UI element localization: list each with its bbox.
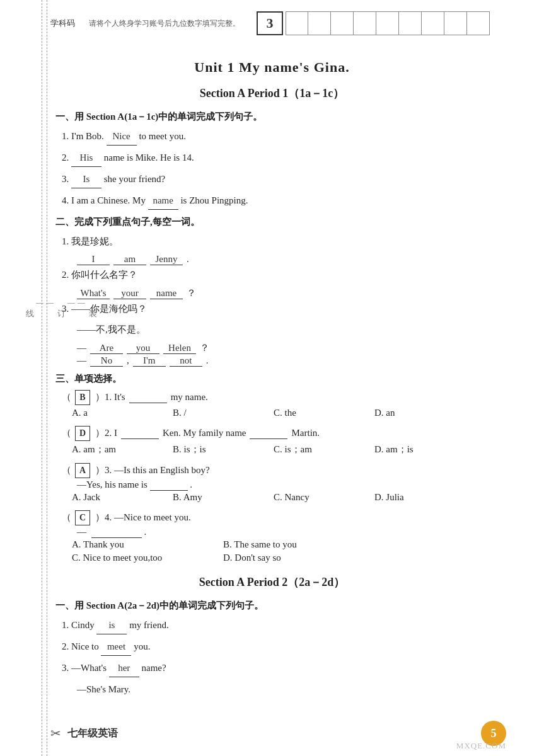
mc-item4-opt-b: B. The same to you [223,538,374,551]
p2-item2-blank3: name [150,288,183,299]
part1-item-3: 3. Is she your friend? [62,171,489,188]
s2-item1-blank: is [96,617,127,634]
mc-item4-bracket-open: （ [62,512,71,524]
mc-item1-text: my name. [171,392,208,403]
part3-heading: 三、单项选择。 [55,373,489,385]
mc-item2-opt-d: D. am；is [374,442,475,457]
unit-title: Unit 1 My name's Gina. [55,59,489,76]
part2-item2-blanks: What's your name ？ [77,287,489,299]
part1-item2-num: 2. [62,152,71,163]
mc-item1-opt-a: A. a [72,406,173,420]
part1-item2-blank: His [71,149,101,167]
mc-item3-row: （ A ）3. —Is this an English boy? [62,463,489,478]
s2-item1-after: my friend. [129,620,168,630]
mc-item2-opt-c: C. is；am [274,442,374,457]
p2-item3-comma: , [127,355,129,366]
mc-item3-line2: —Yes, his name is . [77,479,489,491]
mc-item3-opt-a: A. Jack [72,491,173,504]
p2-item3-blank1: Are [90,343,123,354]
mc-item3-bracket-close: ）3. —Is this an English boy? [95,464,210,476]
mc-item3-text2: —Yes, his name is [77,479,150,490]
digit-cell-3[interactable] [331,11,354,35]
mc-item3-bracket-open: （ [62,464,71,476]
mc-item4-period: . [144,527,147,537]
part3-list: （ B ）1. It's my name. A. a B. / C. the D… [62,390,489,564]
subject-number: 3 [257,11,283,35]
digit-cell-5[interactable] [376,11,399,35]
section2-part1-heading: 一、用 Section A(2a－2d)中的单词完成下列句子。 [55,600,489,612]
dash-line-1 [42,0,42,756]
s2-item2-after: you. [134,641,150,651]
part1-item2-after: name is Mike. He is 14. [104,152,194,163]
mc-item-3: （ A ）3. —Is this an English boy? —Yes, h… [62,463,489,504]
digit-cell-6[interactable] [399,11,422,35]
margin-decoration: 装||订||线 [24,302,98,309]
mc-item1-bracket-open: （ [62,391,71,403]
mc-item4-opt-d: D. Don't say so [223,551,374,564]
part1-item4-after: is Zhou Pingping. [180,195,248,205]
p2-item1-punct: . [187,254,189,265]
digit-cells [286,11,490,35]
p2-item2-punct: ？ [187,287,196,299]
part1-list: 1. I'm Bob. Nice to meet you. 2. His nam… [62,128,489,210]
p2-item3-blank3: Helen [163,343,196,354]
mc-item1-blank [129,392,167,403]
mc-item4-row: （ C ）4. —Nice to meet you. [62,510,489,525]
part2-item-1: 1. 我是珍妮。 [62,233,489,250]
part1-item3-blank: Is [71,171,101,188]
number-box-row: 3 [257,11,490,35]
p2-item1-blank3: Jenny [150,254,183,265]
grade-label: 七年级英语 [67,727,118,740]
part1-item4-blank: name [148,192,178,210]
mc-item1-options: A. a B. / C. the D. an [72,406,489,420]
p2-item3-chinese2-text: ——不,我不是。 [77,324,146,335]
p2-item2-num: 2. 你叫什么名字？ [62,270,137,280]
s2-item3-after: name? [142,663,166,673]
mc-item2-row: （ D ）2. I Ken. My family name Martin. [62,426,489,441]
mc-item2-text: Ken. My family name [163,428,246,438]
mc-item4-opt-c: C. Nice to meet you,too [72,551,223,564]
digit-cell-9[interactable] [467,11,490,35]
digit-cell-7[interactable] [422,11,444,35]
mc-item2-answer: D [75,426,90,441]
footer-left: ✂ 七年级英语 [50,726,118,741]
part1-item1-blank: Nice [107,128,137,146]
mc-item1-opt-d: D. an [374,406,475,420]
s2-item-2: 2. Nice to meet you. [62,638,489,656]
mc-item4-opt-a: A. Thank you [72,538,223,551]
page-wrapper: 装||订||线 学科码 请将个人终身学习账号后九位数字填写完整。 3 Unit … [0,0,544,756]
p2-item1-blank1: I [77,254,110,265]
mc-item4-options: A. Thank you B. The same to you C. Nice … [72,538,489,564]
digit-cell-1[interactable] [286,11,308,35]
p2-item1-blank2: am [113,254,146,265]
section-a-period2-title: Section A Period 2（2a－2d） [55,575,489,590]
main-content: Unit 1 My name's Gina. Section A Period … [0,42,544,714]
p2-item3-blank4: No [90,355,123,367]
mc-item4-blank [91,527,142,538]
mc-item-1: （ B ）1. It's my name. A. a B. / C. the D… [62,390,489,420]
part1-item3-after: she your friend? [104,174,165,184]
part2-heading: 二、完成下列重点句子,每空一词。 [55,216,489,228]
s2-item2-num: 2. Nice to [62,641,101,651]
dash-prefix-1: — [77,343,86,353]
mc-item3-opt-d: D. Julia [374,491,475,504]
s2-item3-response: —She's Mary. [77,681,489,698]
p2-item1-num: 1. 我是珍妮。 [62,236,119,246]
section-a-period2: Section A Period 2（2a－2d） 一、用 Section A(… [55,575,489,698]
mc-item-2: （ D ）2. I Ken. My family name Martin. A.… [62,426,489,457]
mc-item4-line2: — . [77,527,489,538]
digit-cell-2[interactable] [308,11,331,35]
p2-item3-line2-punct: . [206,355,209,366]
mc-item1-opt-b: B. / [173,406,274,420]
mc-item2-opt-a: A. am；am [72,442,173,457]
dash-line-2 [47,0,47,756]
mc-item1-bracket-close: ）1. It's [95,391,125,403]
digit-cell-4[interactable] [354,11,376,35]
part2-item3-line1: — Are you Helen ？ [77,342,489,354]
part1-item1-after: to meet you. [139,131,186,141]
digit-cell-8[interactable] [444,11,467,35]
dash-prefix-2: — [77,355,86,366]
mc-item4-answer: C [75,510,90,525]
mc-item1-row: （ B ）1. It's my name. [62,390,489,405]
left-margin-dashes [39,0,50,756]
